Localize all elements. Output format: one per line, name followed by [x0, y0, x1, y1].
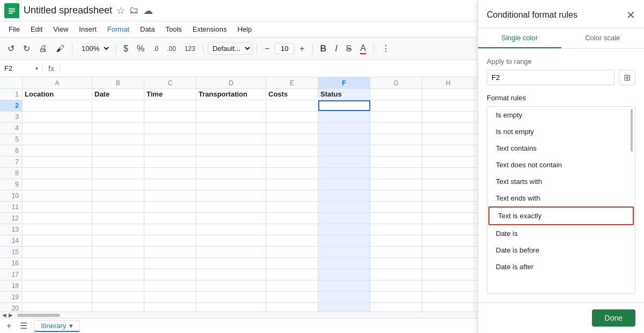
cell-a1[interactable]: Location [23, 89, 92, 100]
content-area: 1 2 3 4 5 6 7 8 9 10 11 12 13 14 15 16 1 [0, 77, 644, 333]
cell-e2[interactable] [266, 100, 318, 111]
done-button[interactable]: Done [592, 309, 635, 327]
strikethrough-button[interactable]: S [343, 42, 355, 56]
zoom-select[interactable]: 100% [77, 42, 111, 55]
menu-view[interactable]: View [49, 24, 72, 34]
undo-button[interactable]: ↺ [4, 41, 18, 56]
paint-format-button[interactable]: 🖌 [53, 42, 68, 56]
rule-text-contains[interactable]: Text contains [487, 140, 635, 157]
number-format-button[interactable]: 123 [181, 43, 199, 55]
svg-rect-2 [9, 10, 15, 11]
cell-c2[interactable] [144, 100, 196, 111]
svg-rect-0 [7, 6, 17, 16]
font-size-decrease[interactable]: − [261, 42, 273, 56]
scroll-left-button[interactable]: ◀ [2, 312, 6, 318]
italic-button[interactable]: I [332, 42, 340, 56]
range-input[interactable] [487, 77, 614, 85]
rule-text-starts-with[interactable]: Text starts with [487, 173, 635, 190]
more-options-button[interactable]: ⋮ [378, 41, 393, 56]
cell-b1[interactable]: Date [92, 89, 144, 100]
cell-d2[interactable] [196, 100, 266, 111]
fx-icon: fx [43, 64, 60, 73]
row-3: 3 [0, 112, 22, 123]
cell-h2[interactable] [422, 100, 474, 111]
svg-rect-3 [9, 11, 15, 12]
decimal-dec-button[interactable]: .0 [150, 43, 162, 55]
text-color-button[interactable]: A [357, 41, 369, 56]
menu-extensions[interactable]: Extensions [188, 24, 231, 34]
divider3 [203, 43, 203, 54]
horiz-scroll-thumb[interactable] [17, 314, 60, 317]
rule-is-not-empty[interactable]: Is not empty [487, 123, 635, 140]
font-family-select[interactable]: Default... [208, 42, 252, 55]
top-icons: ☆ 🗂 ☁ [116, 5, 153, 17]
col-header-g[interactable]: G [370, 77, 422, 88]
decimal-inc-button[interactable]: .00 [164, 43, 179, 55]
svg-rect-1 [9, 8, 15, 9]
menu-edit[interactable]: Edit [26, 24, 47, 34]
cell-ref-dropdown[interactable]: ▾ [35, 65, 38, 71]
row-16: 16 [0, 258, 22, 269]
sheet-menu-button[interactable]: ☰ [18, 321, 30, 331]
rule-is-empty[interactable]: Is empty [487, 107, 635, 123]
doc-title: Untitled spreadsheet [24, 5, 112, 16]
range-input-row: ⊞ [487, 77, 635, 85]
col-header-h[interactable]: H [422, 77, 474, 88]
menu-tools[interactable]: Tools [161, 24, 186, 34]
cell-c1[interactable]: Time [144, 89, 196, 100]
format-rules-label: Format rules [487, 94, 635, 102]
col-header-f[interactable]: F [318, 77, 370, 88]
cell-d1[interactable]: Transportation [196, 89, 266, 100]
menu-data[interactable]: Data [136, 24, 159, 34]
col-header-d[interactable]: D [196, 77, 266, 88]
bold-button[interactable]: B [317, 42, 330, 56]
row-6: 6 [0, 145, 22, 157]
sheet-tab-itinerary[interactable]: Itinerary ▾ [34, 320, 80, 332]
col-header-c[interactable]: C [144, 77, 196, 88]
menu-help[interactable]: Help [233, 24, 256, 34]
currency-button[interactable]: $ [120, 42, 131, 56]
rule-date-is[interactable]: Date is [487, 225, 635, 242]
cell-e1[interactable]: Costs [266, 89, 318, 100]
menu-insert[interactable]: Insert [75, 24, 101, 34]
menu-file[interactable]: File [4, 24, 24, 34]
cell-a3[interactable] [23, 112, 92, 122]
percent-button[interactable]: % [134, 42, 148, 56]
row-19: 19 [0, 292, 22, 303]
cell-h1[interactable] [422, 89, 474, 100]
cell-f2[interactable] [318, 100, 370, 111]
dropdown-list[interactable]: Is empty Is not empty Text contains Text… [487, 106, 635, 294]
cell-a2[interactable] [23, 100, 92, 111]
star-icon[interactable]: ☆ [116, 5, 125, 17]
cell-b2[interactable] [92, 100, 144, 111]
cell-g1[interactable] [370, 89, 422, 100]
redo-button[interactable]: ↻ [20, 41, 33, 56]
app-icon [4, 3, 19, 18]
col-header-e[interactable]: E [266, 77, 318, 88]
folder-icon[interactable]: 🗂 [129, 5, 139, 16]
col-header-b[interactable]: B [92, 77, 144, 88]
rule-text-ends-with[interactable]: Text ends with [487, 190, 635, 206]
range-grid-button[interactable]: ⊞ [619, 77, 635, 85]
font-size-input[interactable] [275, 43, 294, 54]
rule-text-not-contain[interactable]: Text does not contain [487, 157, 635, 173]
rule-text-is-exactly[interactable]: Text is exactly [488, 206, 634, 225]
print-button[interactable]: 🖨 [35, 42, 50, 56]
row-10: 10 [0, 190, 22, 202]
add-sheet-button[interactable]: + [4, 321, 13, 331]
sheet-tab-label: Itinerary [41, 322, 66, 330]
row-5: 5 [0, 134, 22, 145]
row-20: 20 [0, 303, 22, 312]
font-size-increase[interactable]: + [296, 42, 308, 56]
scroll-right-button[interactable]: ▶ [9, 312, 13, 318]
app-window: Untitled spreadsheet ☆ 🗂 ☁ ⟳ 💬 📹 ▾ 🔒 Sha… [0, 0, 644, 333]
rule-date-is-after[interactable]: Date is after [487, 258, 635, 275]
cell-f1[interactable]: Status [318, 89, 370, 100]
cell-g2[interactable] [370, 100, 422, 111]
menu-format[interactable]: Format [103, 24, 134, 34]
cell-ref-box[interactable]: F2 ▾ [0, 64, 43, 72]
cloud-icon[interactable]: ☁ [143, 5, 153, 17]
sheet-tab-dropdown-icon[interactable]: ▾ [69, 322, 73, 330]
col-header-a[interactable]: A [23, 77, 92, 88]
rule-date-is-before[interactable]: Date is before [487, 242, 635, 258]
